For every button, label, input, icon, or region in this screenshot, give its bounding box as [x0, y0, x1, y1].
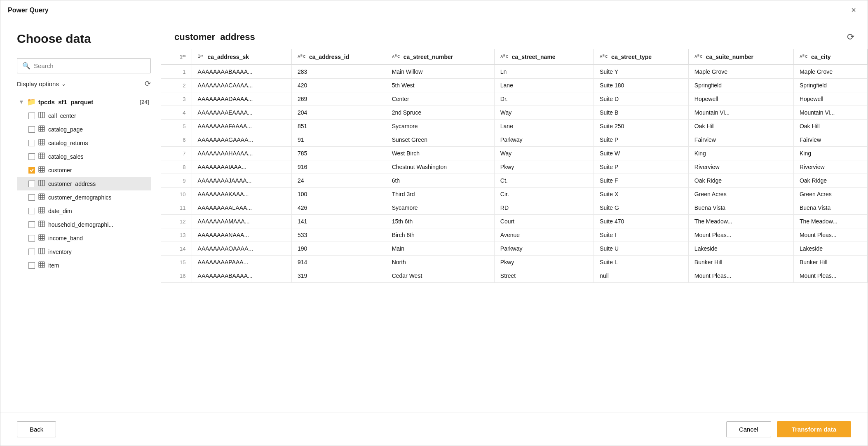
cell-rownum: 7	[161, 147, 192, 160]
tree-root-folder[interactable]: ▼ 📁 tpcds_sf1_parquet [24]	[17, 95, 151, 109]
tree-collapse-icon: ▼	[19, 99, 24, 105]
back-button[interactable]: Back	[17, 421, 56, 437]
table-cell: Lane	[494, 120, 594, 133]
table-cell: 269	[292, 92, 386, 106]
cell-rownum: 13	[161, 228, 192, 242]
svg-rect-20	[39, 167, 45, 172]
refresh-button[interactable]: ⟳	[145, 79, 151, 88]
tree-item[interactable]: catalog_sales	[17, 150, 151, 163]
table-cell: Center	[386, 92, 494, 106]
table-cell: Birch 6th	[386, 228, 494, 242]
table-row: 4AAAAAAAAEAAAA...2042nd SpruceWaySuite B…	[161, 106, 868, 120]
cancel-button[interactable]: Cancel	[726, 421, 771, 437]
tree-item[interactable]: customer_demographics	[17, 190, 151, 204]
tree-item-checkbox[interactable]	[28, 194, 35, 201]
table-cell: 204	[292, 106, 386, 120]
table-cell: Suite G	[594, 201, 689, 215]
tree-item[interactable]: catalog_page	[17, 122, 151, 136]
main-content: Choose data 🔍 Display options ⌄ ⟳ ▼ 📁 tp…	[0, 20, 868, 413]
table-cell: The Meadow...	[793, 215, 867, 228]
tree-item[interactable]: item	[17, 258, 151, 272]
tree-item-checkbox[interactable]	[28, 153, 35, 160]
table-cell: Suite X	[594, 188, 689, 201]
tree-item-label: income_band	[48, 235, 83, 242]
table-row: 12AAAAAAAAMAAA...14115th 6thCourtSuite 4…	[161, 215, 868, 228]
tree-item-checkbox[interactable]	[28, 167, 35, 174]
svg-rect-45	[39, 235, 45, 240]
table-cell: Court	[494, 215, 594, 228]
tree-item[interactable]: catalog_returns	[17, 136, 151, 150]
cell-rownum: 8	[161, 160, 192, 174]
col-header: A B C ca_street_name	[494, 49, 594, 65]
table-cell: Mountain Vi...	[793, 106, 867, 120]
table-cell: Suite I	[594, 228, 689, 242]
table-row: 6AAAAAAAAGAAAA...91Sunset GreenParkwaySu…	[161, 133, 868, 147]
table-cell: Suite 180	[594, 79, 689, 92]
tree-item-checkbox[interactable]	[28, 235, 35, 242]
tree-item-checkbox[interactable]	[28, 262, 35, 269]
table-cell: West Birch	[386, 147, 494, 160]
col-type-icon: A B C	[392, 53, 402, 59]
svg-text:A: A	[298, 54, 300, 59]
tree-item-label: catalog_sales	[48, 153, 84, 160]
tree-item[interactable]: customer_address	[17, 177, 151, 190]
table-cell: Riverview	[793, 160, 867, 174]
table-cell: Mount Pleas...	[688, 269, 793, 283]
table-cell: Oak Hill	[793, 120, 867, 133]
table-cell: 916	[292, 160, 386, 174]
table-row: 3AAAAAAAADAAAA...269CenterDr.Suite DHope…	[161, 92, 868, 106]
page-title: Choose data	[17, 32, 151, 46]
table-row: 2AAAAAAAACAAAA...4205th WestLaneSuite 18…	[161, 79, 868, 92]
table-cell: 2nd Spruce	[386, 106, 494, 120]
tree-item-label: customer_address	[48, 181, 96, 187]
tree-item[interactable]: income_band	[17, 231, 151, 245]
table-cell: The Meadow...	[688, 215, 793, 228]
table-cell: Bunker Hill	[793, 256, 867, 269]
table-row: 15AAAAAAAAPAAA...914NorthPkwySuite LBunk…	[161, 256, 868, 269]
tree-item-checkbox[interactable]	[28, 249, 35, 255]
svg-rect-35	[39, 207, 45, 213]
table-body: 1AAAAAAAABAAAA...283Main WillowLnSuite Y…	[161, 65, 868, 283]
tree-item-label: date_dim	[48, 208, 72, 214]
table-icon	[38, 180, 45, 188]
tree-item[interactable]: household_demographi...	[17, 218, 151, 231]
table-row: 10AAAAAAAAKAAA...100Third 3rdCir.Suite X…	[161, 188, 868, 201]
table-cell: Fairview	[793, 133, 867, 147]
table-cell: 141	[292, 215, 386, 228]
col-type-icon: A B C	[600, 53, 610, 59]
svg-text:B: B	[395, 54, 397, 57]
search-input[interactable]	[34, 62, 145, 69]
tree-item[interactable]: inventory	[17, 245, 151, 258]
transform-data-button[interactable]: Transform data	[777, 421, 851, 437]
table-cell: Ln	[494, 65, 594, 79]
close-button[interactable]: ×	[847, 4, 860, 17]
tree-item-checkbox[interactable]	[28, 140, 35, 146]
right-panel: customer_address ⟳ 1²³1²³ca_address_sk A…	[161, 20, 868, 413]
table-cell: Maple Grove	[688, 65, 793, 79]
tree-item-checkbox[interactable]	[28, 113, 35, 119]
svg-rect-40	[39, 221, 45, 227]
tree-item[interactable]: customer	[17, 163, 151, 177]
table-cell: AAAAAAAANAAA...	[192, 228, 291, 242]
table-icon	[38, 221, 45, 228]
svg-text:B: B	[802, 54, 805, 57]
tree-item[interactable]: call_center	[17, 109, 151, 122]
table-icon	[38, 207, 45, 215]
col-header: A B C ca_street_number	[386, 49, 494, 65]
table-cell: Suite W	[594, 147, 689, 160]
display-options-button[interactable]: Display options ⌄	[17, 80, 66, 87]
table-row: 5AAAAAAAAFAAAA...851SycamoreLaneSuite 25…	[161, 120, 868, 133]
table-cell: Way	[494, 106, 594, 120]
tree-item[interactable]: date_dim	[17, 204, 151, 218]
table-cell: RD	[494, 201, 594, 215]
tree-item-checkbox[interactable]	[28, 221, 35, 228]
tree-item-checkbox[interactable]	[28, 208, 35, 214]
tree-item-label: customer_demographics	[48, 194, 111, 201]
data-refresh-button[interactable]: ⟳	[847, 32, 854, 42]
tree-item-checkbox[interactable]	[28, 126, 35, 133]
svg-text:B: B	[300, 54, 303, 57]
tree-item-checkbox[interactable]	[28, 181, 35, 187]
table-scroll-area[interactable]: 1²³1²³ca_address_sk A B C ca_address_id …	[161, 49, 868, 413]
cell-rownum: 15	[161, 256, 192, 269]
cell-rownum: 11	[161, 201, 192, 215]
